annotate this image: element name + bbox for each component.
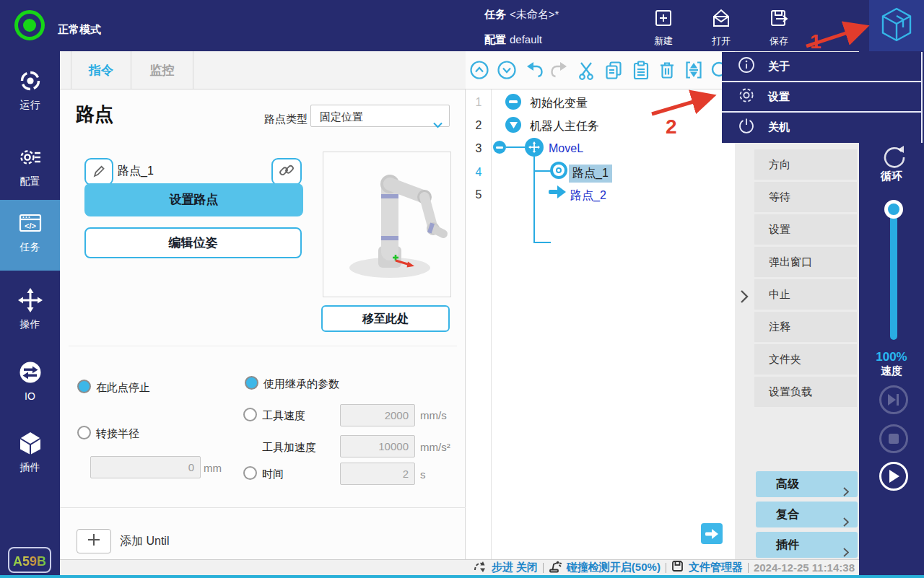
paste-icon[interactable] (631, 60, 651, 80)
next-page-button[interactable] (701, 523, 723, 544)
sidebar-item-run[interactable]: 运行 (0, 69, 60, 112)
init-vars-node-icon[interactable] (505, 94, 521, 110)
group-plugin[interactable]: 插件 (756, 532, 858, 558)
tool-speed-input[interactable]: 2000 (340, 404, 415, 426)
menu-item-about[interactable]: 关于 (722, 52, 921, 81)
cmd-direction[interactable]: 方向 (754, 149, 857, 180)
time-label: 时间 (262, 468, 284, 481)
play-button[interactable] (879, 462, 908, 491)
step-next-button[interactable] (879, 385, 908, 414)
step-mode-status[interactable]: 步进 关闭 (492, 561, 538, 574)
move-arrows-icon (18, 302, 43, 315)
collapse-icon[interactable] (684, 60, 704, 80)
movel-node-icon[interactable] (525, 138, 544, 157)
undo-icon[interactable] (524, 60, 544, 80)
menu-item-settings[interactable]: 设置 (722, 82, 921, 111)
copy-icon[interactable] (603, 60, 624, 80)
cut-icon[interactable] (576, 60, 596, 80)
info-icon (738, 56, 755, 76)
set-waypoint-button[interactable]: 设置路点 (84, 183, 303, 216)
redo-icon[interactable] (549, 60, 570, 80)
tool-speed-label: 工具速度 (262, 409, 305, 423)
time-radio[interactable] (243, 466, 257, 480)
new-task-button[interactable]: 新建 (640, 6, 687, 48)
group-composite[interactable]: 复合 (756, 502, 858, 527)
main-menu-button[interactable] (869, 0, 924, 51)
cmd-set-payload[interactable]: 设置负载 (754, 377, 857, 407)
tool-speed-radio[interactable] (243, 408, 257, 421)
open-task-button[interactable]: 打开 (698, 6, 744, 48)
sidebar-item-plugin[interactable]: 插件 (0, 431, 60, 474)
file-manager-link[interactable]: 文件管理器 (689, 561, 743, 574)
tree-line-number: 5 (466, 188, 492, 201)
tab-monitor[interactable]: 监控 (131, 51, 193, 89)
tree-connector (533, 170, 551, 172)
stop-button[interactable] (879, 424, 908, 453)
sidebar-item-task[interactable]: </> 任务 (0, 211, 60, 254)
top-bar: 正常模式 任务 <未命名>* 配置 default 新建 打开 (0, 0, 924, 51)
task-label: 任务 (484, 8, 506, 22)
io-sync-icon (18, 375, 43, 387)
tab-command[interactable]: 指令 (71, 51, 131, 89)
sidebar-item-operate[interactable]: 操作 (0, 288, 60, 331)
cmd-wait[interactable]: 等待 (754, 182, 857, 212)
time-input[interactable]: 2 (340, 463, 415, 485)
left-sidebar: 运行 配置 </> 任务 (0, 51, 60, 575)
code-window-icon: </> (17, 225, 43, 237)
collapse-node-icon[interactable] (493, 141, 506, 154)
tool-accel-label: 工具加速度 (262, 441, 316, 455)
tree-node-waypoint1-selected[interactable]: 路点_1 (569, 165, 612, 183)
sidebar-item-io[interactable]: IO (0, 360, 60, 402)
program-tree-panel: 1 初始化变量 2 机器人主任务 3 MoveL 4 路点_1 5 路点_2 (466, 51, 735, 559)
save-icon (767, 19, 790, 32)
speed-slider-track[interactable] (890, 210, 897, 340)
delete-icon[interactable] (657, 60, 677, 80)
blend-radius-input[interactable]: 0 (90, 456, 201, 478)
save-task-button[interactable]: 保存 (756, 6, 802, 48)
tree-node-movel[interactable]: MoveL (549, 142, 583, 155)
gear-list-icon (18, 159, 43, 172)
waypoint-node-icon[interactable] (550, 162, 567, 179)
menu-item-label: 设置 (768, 90, 790, 104)
cmd-abort[interactable]: 中止 (754, 279, 857, 310)
tool-accel-input[interactable]: 10000 (340, 435, 415, 457)
tree-node-waypoint2[interactable]: 路点_2 (570, 188, 606, 203)
menu-item-shutdown[interactable]: 关机 (722, 113, 921, 141)
bottom-divider (60, 507, 466, 508)
main-task-node-icon[interactable] (505, 117, 521, 133)
cmd-comment[interactable]: 注释 (754, 312, 857, 342)
sidebar-item-label: 操作 (0, 318, 60, 331)
new-file-icon (652, 19, 675, 32)
link-waypoint-button[interactable] (271, 158, 302, 185)
move-here-button[interactable]: 移至此处 (321, 305, 450, 332)
status-separator (666, 563, 666, 573)
group-advanced[interactable]: 高级 (756, 471, 858, 497)
sidebar-item-config[interactable]: 配置 (0, 145, 60, 188)
page-title: 路点 (76, 102, 113, 127)
cube-icon (18, 445, 43, 457)
loop-icon[interactable] (880, 144, 907, 171)
tree-node-main-task[interactable]: 机器人主任务 (530, 119, 599, 134)
collapse-panel-chevron[interactable] (739, 289, 749, 307)
device-badge[interactable]: A59B (8, 547, 51, 573)
speed-slider-knob[interactable] (884, 200, 903, 219)
cmd-folder[interactable]: 文件夹 (754, 344, 857, 375)
plus-icon (87, 533, 101, 550)
sidebar-item-label: IO (0, 390, 60, 402)
waypoint2-arrow-icon[interactable] (549, 185, 566, 201)
edit-pose-button[interactable]: 编辑位姿 (84, 227, 302, 258)
inherit-params-radio[interactable] (245, 376, 258, 390)
move-down-icon[interactable] (497, 60, 517, 80)
add-until-button[interactable] (77, 529, 111, 553)
collision-detect-status[interactable]: 碰撞检测开启(50%) (567, 561, 661, 574)
status-bar: 步进 关闭 碰撞检测开启(50%) 文件管理器 2024-12-25 11:14… (60, 559, 859, 575)
waypoint-type-select[interactable]: 固定位置 (310, 105, 450, 127)
tree-node-init-vars[interactable]: 初始化变量 (530, 96, 588, 111)
rename-waypoint-button[interactable] (84, 158, 113, 185)
cmd-popup[interactable]: 弹出窗口 (754, 247, 857, 277)
move-up-icon[interactable] (469, 60, 489, 80)
cmd-set[interactable]: 设置 (754, 214, 857, 245)
blend-radius-radio[interactable] (77, 426, 91, 439)
stop-at-point-radio[interactable] (77, 380, 91, 393)
line-number-column (466, 89, 492, 559)
